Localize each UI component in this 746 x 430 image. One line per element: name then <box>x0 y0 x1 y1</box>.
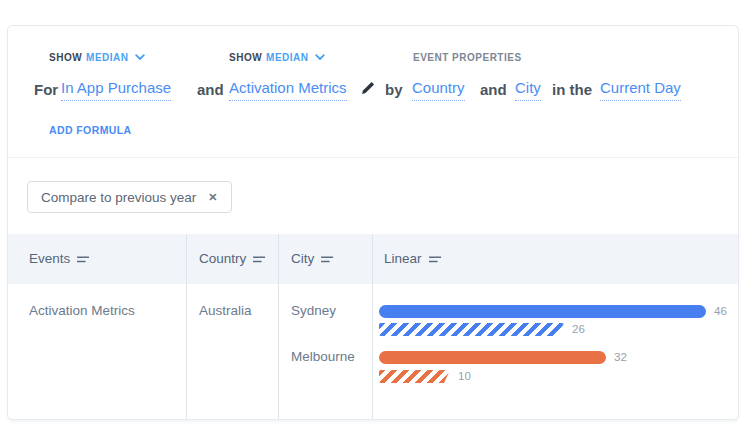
event-properties-label: EVENT PROPERTIES <box>413 52 522 63</box>
city-cell: Melbourne <box>291 349 355 364</box>
sort-icon[interactable] <box>321 255 334 264</box>
property-selector-1[interactable]: Country <box>412 79 465 101</box>
bar-current[interactable] <box>379 351 606 364</box>
bar-previous[interactable] <box>379 370 450 383</box>
chevron-down-icon[interactable] <box>135 54 145 61</box>
show-label: SHOW <box>229 52 262 63</box>
show-selector-1[interactable]: SHOW MEDIAN <box>49 52 145 63</box>
sort-icon[interactable] <box>253 255 266 264</box>
chevron-down-icon[interactable] <box>315 54 325 61</box>
and-label-2: and <box>480 81 507 98</box>
event-selector-2[interactable]: Activation Metrics <box>229 79 347 101</box>
column-divider <box>278 234 279 420</box>
column-header-events[interactable]: Events <box>29 234 90 284</box>
column-header-country[interactable]: Country <box>199 234 266 284</box>
bar-value: 46 <box>714 305 727 318</box>
bar-previous[interactable] <box>379 323 564 336</box>
compare-chip[interactable]: Compare to previous year ✕ <box>27 181 232 213</box>
column-divider <box>186 234 187 420</box>
bar-value: 10 <box>458 370 471 383</box>
aggregation-value[interactable]: MEDIAN <box>266 52 308 63</box>
bar-value: 32 <box>614 351 627 364</box>
edit-pencil-icon[interactable] <box>361 81 375 99</box>
column-header-linear[interactable]: Linear <box>384 234 442 284</box>
aggregation-value[interactable]: MEDIAN <box>86 52 128 63</box>
city-cell: Sydney <box>291 303 336 318</box>
for-label: For <box>34 81 58 98</box>
column-divider <box>372 234 373 420</box>
in-the-label: in the <box>552 81 592 98</box>
and-label: and <box>197 81 224 98</box>
property-selector-2[interactable]: City <box>515 79 541 101</box>
add-formula-button[interactable]: ADD FORMULA <box>49 124 132 136</box>
sort-icon[interactable] <box>429 255 442 264</box>
query-card: SHOW MEDIAN SHOW MEDIAN EVENT PROPERTIES… <box>7 25 739 420</box>
close-icon[interactable]: ✕ <box>208 191 217 204</box>
sort-icon[interactable] <box>77 255 90 264</box>
event-cell: Activation Metrics <box>29 303 135 318</box>
bar-current[interactable] <box>379 305 706 318</box>
bar-value: 26 <box>572 323 585 336</box>
date-range-selector[interactable]: Current Day <box>600 79 681 101</box>
section-divider <box>8 157 738 158</box>
table-header: Events Country City Linear <box>8 234 738 284</box>
event-selector-1[interactable]: In App Purchase <box>61 79 171 101</box>
by-label: by <box>385 81 403 98</box>
column-header-city[interactable]: City <box>291 234 334 284</box>
compare-chip-label: Compare to previous year <box>41 190 196 205</box>
show-label: SHOW <box>49 52 82 63</box>
show-selector-2[interactable]: SHOW MEDIAN <box>229 52 325 63</box>
analytics-panel: SHOW MEDIAN SHOW MEDIAN EVENT PROPERTIES… <box>0 0 746 430</box>
country-cell: Australia <box>199 303 252 318</box>
